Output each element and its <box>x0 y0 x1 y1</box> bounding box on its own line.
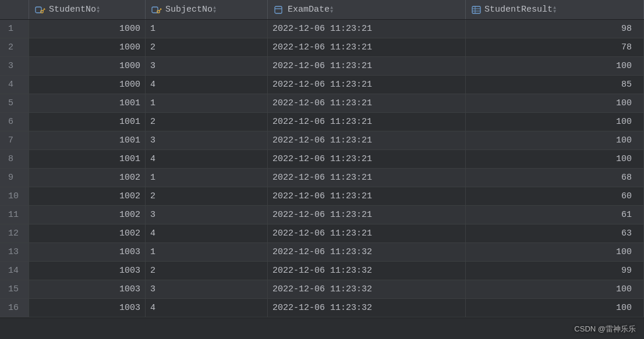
sort-icon[interactable]: ▴▾ <box>213 6 217 14</box>
cell-subjectno[interactable]: 1 <box>146 20 268 38</box>
table-row[interactable]: 13100312022-12-06 11:23:32100 <box>0 243 644 262</box>
table-row[interactable]: 3100032022-12-06 11:23:21100 <box>0 57 644 76</box>
row-number-cell[interactable]: 10 <box>0 187 29 205</box>
table-row[interactable]: 2100022022-12-06 11:23:2178 <box>0 38 644 57</box>
cell-studentno[interactable]: 1000 <box>29 57 146 75</box>
cell-subjectno[interactable]: 3 <box>146 57 268 75</box>
cell-examdate[interactable]: 2022-12-06 11:23:21 <box>268 150 466 168</box>
cell-subjectno[interactable]: 2 <box>146 262 268 280</box>
cell-examdate[interactable]: 2022-12-06 11:23:21 <box>268 131 466 149</box>
cell-examdate[interactable]: 2022-12-06 11:23:32 <box>268 243 466 261</box>
cell-studentno[interactable]: 1002 <box>29 224 146 242</box>
sort-icon[interactable]: ▴▾ <box>330 6 334 14</box>
cell-studentno[interactable]: 1001 <box>29 113 146 131</box>
row-number-cell[interactable]: 14 <box>0 262 29 280</box>
column-header-studentno[interactable]: StudentNo ▴▾ <box>29 0 146 19</box>
cell-examdate[interactable]: 2022-12-06 11:23:21 <box>268 38 466 56</box>
table-row[interactable]: 15100332022-12-06 11:23:32100 <box>0 280 644 299</box>
table-row[interactable]: 8100142022-12-06 11:23:21100 <box>0 150 644 169</box>
cell-studentno[interactable]: 1003 <box>29 299 146 317</box>
cell-examdate[interactable]: 2022-12-06 11:23:21 <box>268 169 466 187</box>
cell-studentresult[interactable]: 63 <box>466 224 644 242</box>
cell-examdate[interactable]: 2022-12-06 11:23:21 <box>268 20 466 38</box>
cell-studentno[interactable]: 1002 <box>29 187 146 205</box>
cell-studentresult[interactable]: 100 <box>466 150 644 168</box>
row-number-cell[interactable]: 5 <box>0 94 29 112</box>
cell-studentresult[interactable]: 60 <box>466 187 644 205</box>
row-number-cell[interactable]: 11 <box>0 206 29 224</box>
row-number-cell[interactable]: 8 <box>0 150 29 168</box>
cell-studentno[interactable]: 1001 <box>29 94 146 112</box>
cell-studentresult[interactable]: 98 <box>466 20 644 38</box>
row-number-cell[interactable]: 2 <box>0 38 29 56</box>
row-number-cell[interactable]: 3 <box>0 57 29 75</box>
cell-studentresult[interactable]: 78 <box>466 38 644 56</box>
cell-subjectno[interactable]: 2 <box>146 113 268 131</box>
table-row[interactable]: 1100012022-12-06 11:23:2198 <box>0 20 644 38</box>
cell-studentno[interactable]: 1002 <box>29 206 146 224</box>
cell-subjectno[interactable]: 4 <box>146 299 268 317</box>
table-row[interactable]: 6100122022-12-06 11:23:21100 <box>0 113 644 131</box>
cell-studentresult[interactable]: 100 <box>466 243 644 261</box>
cell-studentno[interactable]: 1002 <box>29 169 146 187</box>
cell-studentno[interactable]: 1000 <box>29 76 146 94</box>
table-row[interactable]: 7100132022-12-06 11:23:21100 <box>0 131 644 150</box>
cell-examdate[interactable]: 2022-12-06 11:23:21 <box>268 113 466 131</box>
cell-examdate[interactable]: 2022-12-06 11:23:21 <box>268 206 466 224</box>
table-row[interactable]: 16100342022-12-06 11:23:32100 <box>0 299 644 317</box>
table-row[interactable]: 4100042022-12-06 11:23:2185 <box>0 76 644 94</box>
cell-subjectno[interactable]: 3 <box>146 280 268 298</box>
cell-examdate[interactable]: 2022-12-06 11:23:21 <box>268 187 466 205</box>
cell-subjectno[interactable]: 1 <box>146 243 268 261</box>
table-row[interactable]: 5100112022-12-06 11:23:21100 <box>0 94 644 113</box>
cell-studentno[interactable]: 1000 <box>29 38 146 56</box>
cell-subjectno[interactable]: 4 <box>146 150 268 168</box>
cell-studentresult[interactable]: 85 <box>466 76 644 94</box>
column-header-examdate[interactable]: ExamDate ▴▾ <box>268 0 466 19</box>
cell-studentresult[interactable]: 100 <box>466 280 644 298</box>
cell-studentno[interactable]: 1000 <box>29 20 146 38</box>
row-number-cell[interactable]: 13 <box>0 243 29 261</box>
row-number-cell[interactable]: 16 <box>0 299 29 317</box>
row-number-cell[interactable]: 9 <box>0 169 29 187</box>
row-number-cell[interactable]: 6 <box>0 113 29 131</box>
table-row[interactable]: 12100242022-12-06 11:23:2163 <box>0 224 644 243</box>
row-number-header[interactable] <box>0 0 29 19</box>
sort-icon[interactable]: ▴▾ <box>553 6 557 14</box>
row-number-cell[interactable]: 15 <box>0 280 29 298</box>
cell-examdate[interactable]: 2022-12-06 11:23:32 <box>268 280 466 298</box>
table-row[interactable]: 14100322022-12-06 11:23:3299 <box>0 262 644 280</box>
row-number-cell[interactable]: 1 <box>0 20 29 38</box>
cell-studentresult[interactable]: 100 <box>466 94 644 112</box>
cell-subjectno[interactable]: 2 <box>146 187 268 205</box>
cell-studentresult[interactable]: 61 <box>466 206 644 224</box>
cell-studentresult[interactable]: 99 <box>466 262 644 280</box>
cell-subjectno[interactable]: 3 <box>146 131 268 149</box>
cell-studentresult[interactable]: 100 <box>466 57 644 75</box>
cell-examdate[interactable]: 2022-12-06 11:23:21 <box>268 76 466 94</box>
cell-studentno[interactable]: 1003 <box>29 280 146 298</box>
row-number-cell[interactable]: 4 <box>0 76 29 94</box>
cell-subjectno[interactable]: 2 <box>146 38 268 56</box>
cell-examdate[interactable]: 2022-12-06 11:23:21 <box>268 224 466 242</box>
cell-studentresult[interactable]: 100 <box>466 131 644 149</box>
cell-studentno[interactable]: 1001 <box>29 150 146 168</box>
cell-studentno[interactable]: 1003 <box>29 262 146 280</box>
cell-studentresult[interactable]: 68 <box>466 169 644 187</box>
sort-icon[interactable]: ▴▾ <box>96 6 100 14</box>
cell-studentno[interactable]: 1003 <box>29 243 146 261</box>
cell-studentresult[interactable]: 100 <box>466 113 644 131</box>
cell-subjectno[interactable]: 3 <box>146 206 268 224</box>
row-number-cell[interactable]: 12 <box>0 224 29 242</box>
table-row[interactable]: 11100232022-12-06 11:23:2161 <box>0 206 644 224</box>
cell-studentno[interactable]: 1001 <box>29 131 146 149</box>
column-header-subjectno[interactable]: SubjectNo ▴▾ <box>146 0 268 19</box>
column-header-studentresult[interactable]: StudentResult ▴▾ <box>466 0 644 19</box>
cell-examdate[interactable]: 2022-12-06 11:23:21 <box>268 94 466 112</box>
cell-subjectno[interactable]: 4 <box>146 224 268 242</box>
cell-studentresult[interactable]: 100 <box>466 299 644 317</box>
cell-subjectno[interactable]: 4 <box>146 76 268 94</box>
table-row[interactable]: 9100212022-12-06 11:23:2168 <box>0 169 644 187</box>
cell-subjectno[interactable]: 1 <box>146 94 268 112</box>
cell-subjectno[interactable]: 1 <box>146 169 268 187</box>
